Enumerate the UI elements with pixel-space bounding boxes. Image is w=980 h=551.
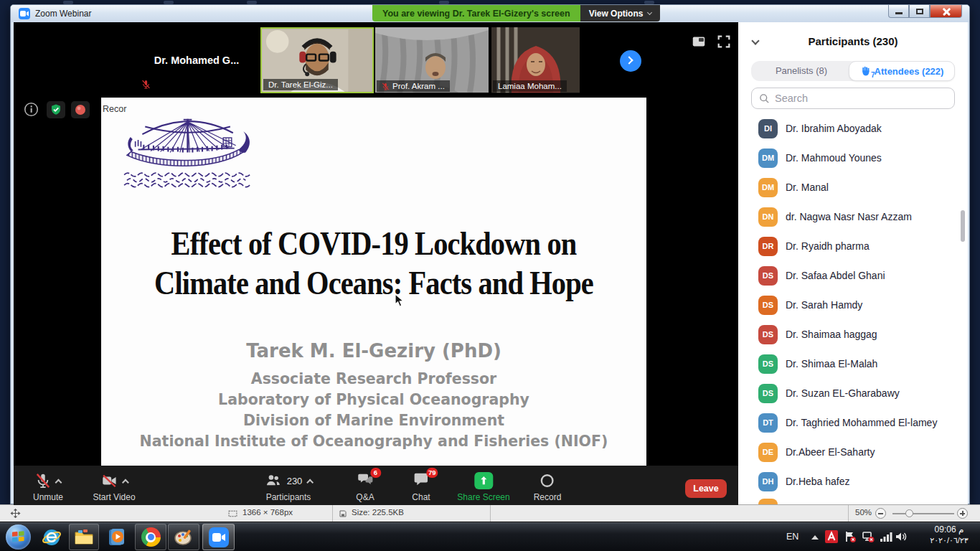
leave-button[interactable]: Leave [685, 479, 727, 498]
attendee-row[interactable]: DM Dr. Manal [738, 173, 968, 202]
tab-panelists[interactable]: Panelists (8) [751, 61, 852, 81]
attendee-avatar: DM [758, 178, 778, 197]
recording-dot-icon [75, 104, 86, 116]
windows-taskbar: EN 09:06 م ٢٠٢٠/٠٦/٢٣ [0, 522, 980, 551]
recording-label: Recor [103, 104, 126, 114]
mouse-cursor [395, 293, 405, 308]
attendee-avatar: DM [758, 149, 778, 168]
video-tile-tarek-active-speaker[interactable]: Dr. Tarek El-Giz... [260, 27, 374, 93]
start-video-button[interactable]: Start Video [93, 466, 135, 502]
attendee-row[interactable]: DS Dr. Suzan EL-Gharabawy [738, 379, 968, 408]
chevron-up-icon[interactable] [122, 479, 129, 486]
clock-date: ٢٠٢٠/٠٦/٢٣ [918, 536, 980, 545]
attendee-list: DI Dr. Ibrahim Aboyadak DM Dr. Mahmoud Y… [738, 114, 968, 496]
slide-author: Tarek M. El-Geziry (PhD) [101, 340, 646, 362]
attendee-row[interactable]: DM Dr. Mahmoud Younes [738, 143, 968, 173]
qa-button[interactable]: 6 Q&A [356, 466, 374, 502]
video-tile-akram[interactable]: Prof. Akram ... [375, 27, 489, 93]
maximize-icon [916, 9, 923, 14]
participant-name: Dr. Tarek El-Giz... [263, 79, 338, 90]
zoom-slider-knob[interactable] [905, 509, 913, 517]
attendee-row[interactable]: DS Dr. Sarah Hamdy [738, 291, 968, 320]
file-size: Size: 225.5KB [352, 508, 404, 517]
participants-button[interactable]: 230 Participants [265, 466, 313, 502]
start-button[interactable] [6, 524, 31, 550]
taskbar-clock[interactable]: 09:06 م ٢٠٢٠/٠٦/٢٣ [918, 524, 980, 545]
record-button[interactable]: Record [534, 466, 562, 502]
language-indicator[interactable]: EN [786, 532, 798, 542]
zoom-window: Zoom Webinar You are viewing Dr. Tarek E… [10, 4, 970, 504]
window-titlebar[interactable]: Zoom Webinar You are viewing Dr. Tarek E… [11, 5, 969, 22]
meeting-info-icon[interactable] [24, 102, 39, 117]
video-tile-mohamed[interactable]: Dr. Mohamed G... [134, 27, 259, 93]
chevron-up-icon[interactable] [55, 479, 62, 486]
media-player-icon [107, 528, 126, 547]
background-app-statusbar: 980 × 551px Size: 225.5KB 50% [0, 504, 980, 522]
signal-strength-icon[interactable] [880, 530, 892, 543]
next-videos-button[interactable] [620, 50, 641, 72]
zoom-out-button[interactable] [875, 508, 886, 519]
participants-tabs: Panelists (8) [751, 61, 955, 81]
attendee-avatar: DS [758, 384, 778, 403]
share-screen-icon [474, 472, 493, 489]
taskbar-chrome[interactable] [135, 524, 166, 550]
windows-logo-icon [11, 530, 26, 544]
attendee-row[interactable]: DH Dr.Heba hafez [738, 467, 968, 496]
attendee-avatar: DS [758, 266, 778, 286]
network-error-icon[interactable] [862, 530, 875, 543]
participants-count: 230 [287, 476, 303, 486]
taskbar-internet-explorer[interactable] [37, 524, 66, 550]
encryption-shield-badge[interactable] [47, 101, 65, 118]
attendee-row[interactable]: DS Dr. Shaimaa haggag [738, 320, 968, 349]
attendee-row[interactable]: DT Dr. Taghried Mohammed El-lamey [738, 408, 968, 438]
attendee-name: Dr. Ibrahim Aboyadak [786, 123, 882, 134]
paint-icon [174, 528, 194, 547]
participant-name: Lamiaa Moham... [493, 80, 567, 92]
attendee-row[interactable]: DS Dr. Shimaa El-Malah [738, 349, 968, 379]
folder-icon [74, 529, 94, 546]
video-off-icon [100, 473, 118, 489]
attendee-name: Dr. Safaa Abdel Ghani [786, 270, 885, 281]
record-icon [540, 473, 555, 489]
video-tile-lamiaa[interactable]: Lamiaa Moham... [491, 27, 580, 93]
attendee-row[interactable]: DR Dr. Ryaidh pharma [738, 232, 968, 261]
image-dimensions: 980 × 551px [242, 508, 293, 517]
shield-check-icon [50, 103, 62, 116]
close-button[interactable] [930, 5, 962, 18]
zoom-slider-track[interactable] [892, 513, 954, 514]
action-center-flag-icon[interactable] [844, 530, 857, 543]
attendee-name: Dr. Manal [786, 182, 829, 193]
attendee-row[interactable]: DI Dr. Ibrahim Aboyadak [738, 114, 968, 143]
attendee-row[interactable]: DN dr. Nagwa Nasr Nasr Azzam [738, 202, 968, 232]
fullscreen-icon[interactable] [716, 34, 732, 50]
desktop: Zoom Webinar You are viewing Dr. Tarek E… [0, 0, 980, 551]
taskbar-zoom[interactable] [202, 524, 235, 550]
search-input[interactable] [775, 89, 947, 108]
chevron-up-icon[interactable] [306, 479, 314, 486]
avira-tray-icon[interactable] [825, 530, 838, 543]
recording-indicator[interactable] [71, 101, 90, 118]
attendee-row[interactable]: DS Dr. Safaa Abdel Ghani [738, 261, 968, 291]
maximize-button[interactable] [909, 5, 930, 18]
volume-icon[interactable] [895, 530, 908, 543]
view-options-button[interactable]: View Options [580, 5, 661, 22]
share-screen-button[interactable]: Share Screen [457, 466, 509, 502]
attendee-name: dr. Nagwa Nasr Nasr Azzam [786, 211, 912, 222]
panel-scrollbar-thumb[interactable] [961, 210, 965, 242]
dimensions-icon [228, 509, 237, 518]
chat-button[interactable]: 79 Chat [412, 466, 430, 502]
gallery-view-icon[interactable] [691, 34, 707, 50]
taskbar-media-player[interactable] [103, 524, 129, 550]
show-hidden-icons-button[interactable] [811, 535, 819, 540]
zoom-level: 50% [855, 508, 872, 517]
unmute-button[interactable]: Unmute [33, 466, 63, 502]
minimize-button[interactable] [888, 5, 909, 18]
attendee-row[interactable]: DE Dr.Abeer El-Saharty [738, 438, 968, 467]
tab-attendees[interactable]: 7 Attendees (222) [849, 61, 955, 81]
minimize-icon [895, 12, 903, 14]
taskbar-paint[interactable] [168, 524, 199, 550]
attendee-avatar: DH [758, 472, 778, 491]
taskbar-file-explorer[interactable] [69, 524, 99, 550]
zoom-icon [209, 527, 229, 547]
zoom-in-button[interactable] [957, 508, 968, 519]
